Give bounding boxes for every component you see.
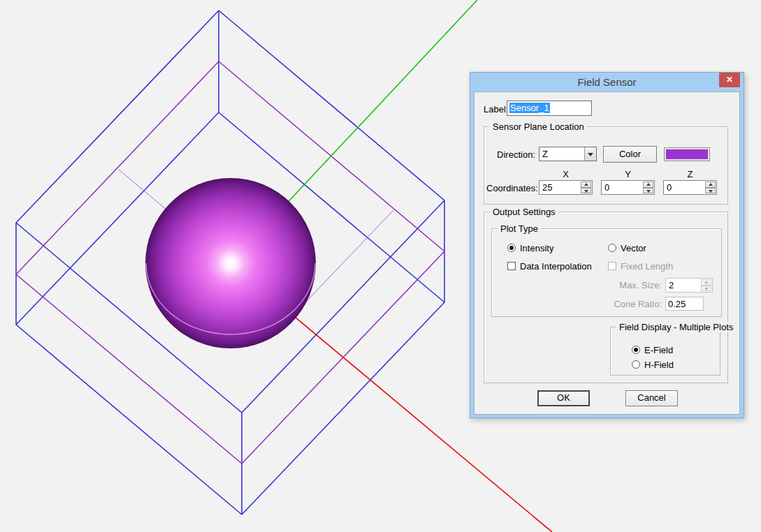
- spin-up-icon[interactable]: [705, 182, 716, 188]
- max-size-value: 2: [669, 280, 674, 290]
- cone-ratio-value: 0.25: [668, 299, 686, 309]
- output-settings-title: Output Settings: [490, 207, 558, 217]
- plot-type-group: Plot Type Intensity Vector Data Interpol…: [491, 228, 722, 317]
- vector-radio[interactable]: [608, 244, 616, 252]
- field-sensor-dialog: Field Sensor ✕ Label: Sensor_1 Sensor Pl…: [470, 72, 744, 418]
- data-interpolation-checkbox[interactable]: [507, 262, 516, 270]
- e-field-radio[interactable]: [632, 346, 640, 354]
- plane-color-swatch: [664, 147, 710, 161]
- spin-down-icon[interactable]: [643, 188, 653, 194]
- plot-type-title: Plot Type: [498, 223, 541, 234]
- vector-label: Vector: [621, 243, 646, 253]
- field-display-group: Field Display - Multiple Plots E-Field H…: [610, 327, 720, 376]
- max-size-spinner: 2: [665, 278, 713, 293]
- coordinate-z-value: 0: [667, 182, 672, 193]
- h-field-radio[interactable]: [632, 360, 640, 369]
- spin-down-icon[interactable]: [705, 188, 716, 194]
- direction-dropdown[interactable]: Z: [539, 147, 597, 161]
- output-settings-group: Output Settings Plot Type Intensity Vect…: [484, 212, 728, 383]
- sensor-plane-location-title: Sensor Plane Location: [490, 121, 587, 132]
- spin-up-icon: [701, 279, 711, 286]
- label-input-value: Sensor_1: [509, 103, 550, 113]
- dialog-titlebar[interactable]: Field Sensor ✕: [470, 73, 744, 91]
- direction-label: Direction:: [486, 149, 535, 160]
- cancel-button[interactable]: Cancel: [625, 390, 678, 406]
- intensity-label: Intensity: [520, 243, 553, 253]
- max-size-label: Max. Size:: [576, 280, 662, 290]
- cube-bottom-face-edge: [16, 325, 242, 515]
- cone-ratio-label: Cone Ratio:: [576, 299, 662, 309]
- e-field-label: E-Field: [644, 345, 673, 355]
- fixed-length-checkbox: [608, 262, 616, 270]
- spin-down-icon: [701, 286, 711, 292]
- cone-ratio-input: 0.25: [665, 297, 704, 311]
- label-input[interactable]: Sensor_1: [507, 101, 592, 116]
- h-field-label: H-Field: [644, 360, 674, 370]
- coordinate-y-value: 0: [604, 182, 609, 193]
- x-column-header: X: [539, 169, 593, 179]
- data-interpolation-label: Data Interpolation: [520, 261, 592, 272]
- dropdown-button[interactable]: [584, 147, 596, 161]
- y-column-header: Y: [601, 169, 655, 179]
- chevron-down-icon: [588, 153, 593, 156]
- coordinate-x-spinner[interactable]: 25: [539, 180, 593, 195]
- coordinate-x-value: 25: [542, 182, 552, 193]
- sensor-plane-location-group: Sensor Plane Location Direction: Z Color…: [484, 126, 728, 205]
- ok-button[interactable]: OK: [537, 390, 590, 406]
- dialog-content: Label: Sensor_1 Sensor Plane Location Di…: [474, 91, 740, 415]
- field-display-title: Field Display - Multiple Plots: [616, 322, 736, 332]
- dialog-title: Field Sensor: [470, 76, 744, 88]
- spin-up-icon[interactable]: [643, 182, 653, 188]
- sphere-object: [145, 178, 316, 348]
- direction-value: Z: [542, 149, 548, 159]
- close-icon[interactable]: ✕: [719, 73, 740, 87]
- spin-down-icon[interactable]: [581, 188, 591, 194]
- coordinate-y-spinner[interactable]: 0: [601, 180, 655, 195]
- intensity-radio[interactable]: [507, 244, 516, 252]
- cube-top-face-edge: [219, 10, 444, 200]
- fixed-length-label: Fixed Length: [621, 261, 673, 272]
- coordinates-label: Coordinates:: [486, 183, 535, 193]
- label-field-label: Label:: [484, 104, 508, 114]
- z-column-header: Z: [663, 169, 717, 179]
- coordinate-z-spinner[interactable]: 0: [663, 180, 717, 195]
- color-button[interactable]: Color: [603, 146, 657, 163]
- spin-up-icon[interactable]: [581, 182, 591, 188]
